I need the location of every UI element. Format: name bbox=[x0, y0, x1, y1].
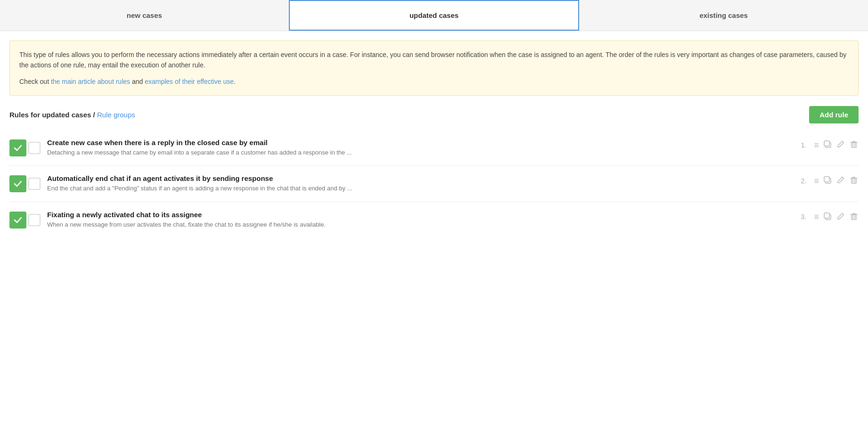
rule-desc-1: Detaching a new message that came by ema… bbox=[47, 148, 794, 157]
tabs-container: new cases updated cases existing cases bbox=[0, 0, 868, 31]
rule-number-2: 2. bbox=[801, 177, 810, 185]
rules-list: Create new case when there is a reply in… bbox=[0, 130, 868, 237]
table-row: Fixating a newly activated chat to its a… bbox=[9, 202, 859, 237]
drag-handle-icon[interactable]: ≡ bbox=[814, 212, 819, 221]
rules-title: Rules for updated cases / Rule groups bbox=[9, 111, 135, 119]
svg-rect-4 bbox=[824, 177, 829, 182]
drag-handle-icon[interactable]: ≡ bbox=[814, 141, 819, 149]
add-rule-button[interactable]: Add rule bbox=[809, 106, 859, 123]
rule-content-2: Automatically end chat if an agent activ… bbox=[47, 174, 794, 193]
table-row: Create new case when there is a reply in… bbox=[9, 130, 859, 166]
main-article-link[interactable]: the main article about rules bbox=[51, 78, 130, 85]
rule-content-1: Create new case when there is a reply in… bbox=[47, 139, 794, 157]
copy-icon[interactable] bbox=[823, 212, 832, 222]
check-box-inner[interactable] bbox=[28, 214, 41, 226]
info-text-suffix: . bbox=[234, 78, 236, 85]
rules-header: Rules for updated cases / Rule groups Ad… bbox=[0, 96, 868, 130]
rule-desc-2: End the chat and add a "Pending" status … bbox=[47, 184, 794, 193]
edit-icon[interactable] bbox=[836, 175, 845, 186]
rules-title-text: Rules for updated cases bbox=[9, 111, 91, 119]
delete-icon[interactable] bbox=[849, 139, 859, 150]
examples-link[interactable]: examples of their effective use bbox=[145, 78, 234, 85]
rule-number-3: 3. bbox=[801, 213, 810, 221]
edit-icon[interactable] bbox=[836, 212, 845, 222]
info-paragraph-2: Check out the main article about rules a… bbox=[19, 76, 849, 87]
info-paragraph-1: This type of rules allows you to perform… bbox=[19, 49, 849, 71]
svg-rect-5 bbox=[852, 179, 856, 183]
rule-desc-3: When a new message from user activates t… bbox=[47, 221, 794, 229]
svg-rect-8 bbox=[852, 215, 856, 220]
rule-actions-2: 2. ≡ bbox=[801, 175, 859, 186]
tab-existing-cases[interactable]: existing cases bbox=[579, 0, 868, 31]
check-enabled-icon[interactable] bbox=[9, 175, 26, 192]
tab-updated-cases[interactable]: updated cases bbox=[289, 0, 580, 31]
rule-number-1: 1. bbox=[801, 141, 810, 149]
copy-icon[interactable] bbox=[823, 175, 832, 186]
delete-icon[interactable] bbox=[849, 212, 859, 222]
svg-rect-7 bbox=[824, 213, 829, 218]
check-enabled-icon[interactable] bbox=[9, 139, 26, 156]
rule-toggle-3[interactable] bbox=[9, 212, 41, 229]
rule-actions-1: 1. ≡ bbox=[801, 139, 859, 150]
rule-title-2: Automatically end chat if an agent activ… bbox=[47, 174, 794, 182]
copy-icon[interactable] bbox=[823, 139, 832, 150]
rule-groups-link[interactable]: Rule groups bbox=[97, 111, 135, 119]
table-row: Automatically end chat if an agent activ… bbox=[9, 166, 859, 202]
check-box-inner[interactable] bbox=[28, 142, 41, 154]
info-box: This type of rules allows you to perform… bbox=[9, 41, 859, 96]
tab-new-cases[interactable]: new cases bbox=[0, 0, 289, 31]
info-text-prefix: Check out bbox=[19, 78, 51, 85]
rule-title-1: Create new case when there is a reply in… bbox=[47, 139, 794, 147]
drag-handle-icon[interactable]: ≡ bbox=[814, 177, 819, 185]
rule-toggle-1[interactable] bbox=[9, 139, 41, 156]
check-box-inner[interactable] bbox=[28, 178, 41, 190]
svg-rect-1 bbox=[824, 141, 829, 146]
rule-content-3: Fixating a newly activated chat to its a… bbox=[47, 211, 794, 229]
delete-icon[interactable] bbox=[849, 175, 859, 186]
check-enabled-icon[interactable] bbox=[9, 212, 26, 229]
rule-title-3: Fixating a newly activated chat to its a… bbox=[47, 211, 794, 219]
svg-rect-2 bbox=[852, 143, 856, 147]
info-text-middle: and bbox=[130, 78, 145, 85]
edit-icon[interactable] bbox=[836, 139, 845, 150]
rules-separator: / bbox=[91, 111, 97, 119]
rule-toggle-2[interactable] bbox=[9, 175, 41, 192]
rule-actions-3: 3. ≡ bbox=[801, 212, 859, 222]
